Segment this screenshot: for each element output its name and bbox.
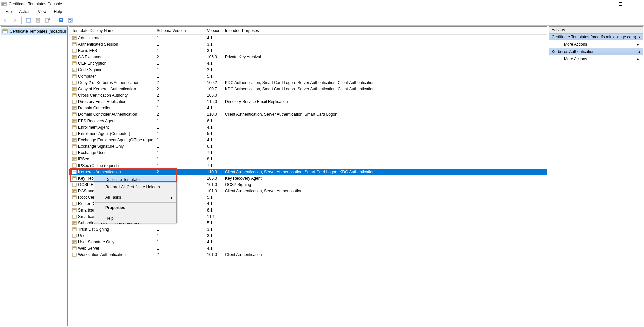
table-row[interactable]: Copy of Kerberos Authentication2100.7KDC… (69, 86, 547, 92)
toolbar-refresh-button[interactable] (66, 16, 74, 25)
svg-rect-78 (73, 159, 75, 160)
column-header-name[interactable]: Template Display Name (69, 27, 154, 34)
svg-rect-83 (73, 171, 76, 172)
table-row[interactable]: Directory Email Replication2115.0Directo… (69, 98, 547, 105)
svg-rect-34 (72, 68, 76, 72)
nav-back-button[interactable] (1, 16, 9, 25)
context-menu-duplicate-template[interactable]: Duplicate Template (94, 176, 176, 183)
table-row[interactable]: Domain Controller Authentication2110.0Cl… (69, 111, 547, 118)
column-header-schema[interactable]: Schema Version (154, 27, 204, 34)
table-row[interactable]: Authenticated Session13.1 (69, 41, 547, 47)
maximize-button[interactable] (616, 1, 625, 7)
nav-forward-button[interactable] (11, 16, 19, 25)
row-version: 4.1 (204, 125, 222, 130)
table-row[interactable]: Administrator14.1 (69, 35, 547, 41)
row-version: 105.0 (204, 176, 222, 181)
row-version: 4.1 (204, 201, 222, 206)
table-row[interactable]: User13.1 (69, 232, 547, 239)
cert-template-icon (72, 112, 77, 117)
cert-template-icon (72, 87, 77, 91)
svg-rect-108 (73, 223, 75, 224)
table-row[interactable]: Cross Certification Authority2105.0 (69, 92, 547, 98)
table-row[interactable]: Exchange User17.1 (69, 149, 547, 156)
cert-template-icon (72, 36, 77, 40)
row-version: 110.0 (204, 170, 222, 174)
actions-section-kerberos[interactable]: Kerberos Authentication ▴ (549, 48, 643, 55)
table-row[interactable]: Enrollment Agent14.1 (69, 124, 547, 130)
context-menu-help[interactable]: Help (94, 215, 176, 222)
cert-template-icon (72, 246, 77, 251)
toolbar-show-hide-tree-button[interactable] (24, 16, 33, 25)
minimize-button[interactable] (600, 1, 608, 7)
menu-view[interactable]: View (35, 9, 50, 15)
context-menu-all-tasks[interactable]: All Tasks ▸ (94, 194, 176, 201)
table-row[interactable]: Basic EFS13.1 (69, 47, 547, 54)
table-row[interactable]: IPSec18.1 (69, 156, 547, 162)
svg-rect-67 (72, 138, 76, 142)
svg-rect-107 (73, 222, 76, 223)
svg-rect-42 (73, 83, 75, 83)
cert-template-icon (72, 48, 77, 53)
column-header-purpose[interactable]: Intended Purposes (222, 27, 547, 34)
toolbar-properties-button[interactable] (34, 16, 42, 25)
svg-rect-1 (2, 3, 6, 4)
svg-rect-94 (72, 196, 76, 199)
close-button[interactable] (633, 1, 641, 7)
toolbar-help-button[interactable]: ? (57, 16, 65, 25)
svg-rect-60 (73, 121, 75, 122)
actions-more-actions-2[interactable]: More Actions ▸ (549, 55, 643, 63)
table-row[interactable]: CA Exchange2106.0Private Key Archival (69, 54, 547, 60)
table-row[interactable]: Exchange Enrollment Agent (Offline reque… (69, 137, 547, 143)
table-row[interactable]: EFS Recovery Agent16.1 (69, 118, 547, 124)
context-menu-properties[interactable]: Properties (94, 204, 176, 212)
actions-more-actions-1[interactable]: More Actions ▸ (549, 40, 643, 48)
table-row[interactable]: IPSec (Offline request)17.1 (69, 162, 547, 169)
context-menu-separator (95, 202, 176, 203)
context-menu-reenroll[interactable]: Reenroll All Certificate Holders (94, 183, 176, 191)
svg-rect-99 (73, 204, 75, 204)
svg-text:?: ? (60, 19, 62, 22)
svg-rect-44 (73, 88, 76, 89)
svg-rect-84 (73, 172, 75, 173)
table-row[interactable]: Trust List Signing13.1 (69, 226, 547, 232)
table-row[interactable]: Workstation Authentication2101.0Client A… (69, 251, 547, 258)
svg-rect-80 (73, 165, 76, 165)
table-row[interactable]: User Signature Only14.1 (69, 239, 547, 245)
row-version: 5.1 (204, 221, 222, 225)
svg-rect-0 (2, 2, 6, 6)
column-header-version[interactable]: Version (204, 27, 222, 34)
row-version: 4.1 (204, 36, 222, 40)
table-row[interactable]: Kerberos Authentication2110.0Client Auth… (69, 169, 547, 175)
svg-rect-76 (72, 157, 76, 161)
nav-node-label: Certificate Templates (moadfs.mi (10, 29, 66, 34)
row-schema: 1 (154, 106, 204, 110)
table-row[interactable]: Domain Controller14.1 (69, 105, 547, 111)
svg-rect-35 (73, 69, 76, 69)
table-row[interactable]: Computer15.1 (69, 73, 547, 79)
cert-template-icon (72, 74, 77, 79)
row-schema: 2 (154, 55, 204, 59)
row-version: 7.1 (204, 163, 222, 168)
row-schema: 1 (154, 36, 204, 40)
row-name: Authenticated Session (78, 42, 118, 47)
table-row[interactable]: Code Signing13.1 (69, 66, 547, 73)
actions-section-cert-templates[interactable]: Certificate Templates (moadfs.miniorange… (549, 34, 643, 40)
menu-file[interactable]: File (2, 9, 15, 15)
table-row[interactable]: Exchange Signature Only16.1 (69, 143, 547, 149)
svg-rect-38 (73, 75, 76, 76)
svg-rect-89 (73, 184, 76, 184)
row-version: 4.1 (204, 61, 222, 66)
nav-node-cert-templates[interactable]: Certificate Templates (moadfs.mi (1, 28, 67, 35)
table-row[interactable]: Copy 2 of Kerberos Authentication2100.2K… (69, 79, 547, 86)
table-row[interactable]: CEP Encryption14.1 (69, 60, 547, 66)
menu-help[interactable]: Help (51, 9, 66, 15)
table-row[interactable]: Enrollment Agent (Computer)15.1 (69, 130, 547, 137)
row-version: 4.1 (204, 138, 222, 142)
row-version: 3.1 (204, 67, 222, 72)
actions-section-label: Certificate Templates (moadfs.miniorange… (552, 35, 636, 39)
menu-action[interactable]: Action (16, 9, 34, 15)
table-row[interactable]: Web Server14.1 (69, 245, 547, 251)
app-icon (1, 1, 7, 7)
toolbar-export-button[interactable] (43, 16, 51, 25)
cert-template-icon (72, 119, 77, 123)
